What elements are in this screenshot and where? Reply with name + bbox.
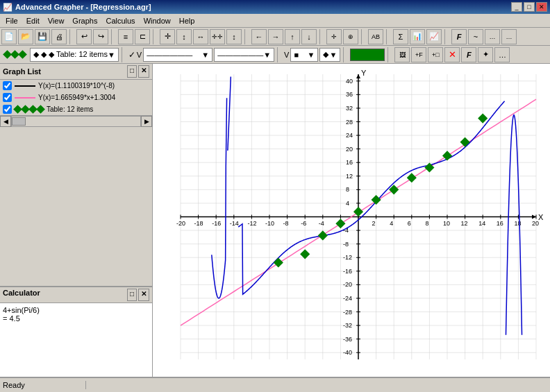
check-3[interactable] (3, 105, 12, 114)
diamond-indicators (1, 51, 28, 58)
cross-btn[interactable]: ✛ (326, 29, 342, 44)
menu-window[interactable]: Window (140, 15, 175, 26)
regression-btn[interactable]: 📈 (426, 29, 442, 44)
graph-canvas[interactable] (153, 64, 550, 377)
save-btn[interactable]: 💾 (35, 29, 50, 44)
list-btn[interactable]: ≡ (118, 29, 133, 44)
graph-list-title: Graph List (3, 67, 41, 76)
f-btn2[interactable]: F (461, 47, 476, 62)
dot-dropdown[interactable]: ◆ ▼ (319, 48, 340, 62)
left-btn[interactable]: ← (251, 29, 267, 44)
graph-list-item-3: Table: 12 items (0, 103, 152, 115)
list2-btn[interactable]: ⊏ (135, 29, 150, 44)
title-bar-controls[interactable]: _ □ ✕ (511, 2, 547, 12)
sep1 (69, 29, 74, 44)
title-bar: 📈 Advanced Grapher - [Regression.agr] _ … (0, 0, 550, 14)
undo-btn[interactable]: ↩ (76, 29, 92, 44)
calc-btn[interactable]: Σ (393, 29, 408, 44)
scroll-track[interactable] (11, 116, 141, 127)
title-bar-left: 📈 Advanced Grapher - [Regression.agr] (3, 3, 151, 12)
diamond3 (18, 50, 27, 59)
sep4 (244, 29, 249, 44)
extra-btn1[interactable]: 🖼 (394, 47, 410, 62)
zoom-vert[interactable]: ↕ (226, 29, 242, 44)
dot-dropdown-arrow: ▼ (330, 51, 338, 59)
star-btn[interactable]: ✦ (478, 47, 493, 62)
status-bar: Ready (0, 377, 550, 392)
calc-minimize[interactable]: □ (127, 289, 137, 301)
menu-help[interactable]: Help (175, 15, 199, 26)
menu-file[interactable]: File (1, 15, 22, 26)
sep2 (111, 29, 115, 44)
table-btn[interactable]: 📊 (410, 29, 425, 44)
graph-list-item-1: Y(x)=(1.1100319*10^(-8) (0, 80, 152, 92)
calc-close[interactable]: ✕ (138, 289, 149, 301)
sep-t2 (277, 47, 281, 62)
toolbar2: ◆ ◆ ◆ Table: 12 items ▼ ✓ V —————— ▼ ———… (0, 46, 550, 64)
menu-graphs[interactable]: Graphs (68, 15, 101, 26)
cross2-btn[interactable]: ⊕ (343, 29, 358, 44)
redo-btn[interactable]: ↪ (93, 29, 108, 44)
line-dropdown-arrow: ▼ (201, 51, 209, 59)
line-dropdown2[interactable]: —————— ▼ (214, 48, 274, 62)
check-1[interactable] (3, 81, 12, 90)
right-btn[interactable]: → (268, 29, 283, 44)
menu-bar: File Edit View Graphs Calculus Window He… (0, 14, 550, 28)
add-rect-btn[interactable]: +□ (428, 47, 443, 62)
minimize-btn[interactable]: _ (511, 2, 522, 12)
more1-btn[interactable]: … (485, 29, 500, 44)
vert-btn[interactable]: ↕ (176, 29, 192, 44)
menu-view[interactable]: View (44, 15, 69, 26)
calculator: Calculator □ ✕ 4+sin(Pi/6) = 4.5 (0, 287, 152, 377)
app-icon: 📈 (3, 3, 12, 12)
del-btn[interactable]: ✕ (444, 47, 460, 62)
calc-title: Calculator (3, 289, 40, 301)
sep6 (361, 29, 365, 44)
dropdown-arrow: ▼ (108, 51, 115, 59)
graph-list-item-2: Y(x)=1.665949*x+1.3004 (0, 92, 152, 103)
calc-content: 4+sin(Pi/6) = 4.5 (0, 303, 152, 377)
v-icon2: V (284, 51, 289, 59)
graph-list-minimize[interactable]: □ (127, 65, 137, 78)
print-btn[interactable]: 🖨 (51, 29, 67, 44)
line-dropdown2-arrow: ▼ (263, 51, 271, 59)
sep7 (386, 29, 390, 44)
menu-calculus[interactable]: Calculus (101, 15, 139, 26)
up-btn[interactable]: ↑ (285, 29, 300, 44)
graph-list-scrollbar[interactable]: ◀ ▶ (0, 115, 152, 126)
f-btn[interactable]: F (451, 29, 467, 44)
table-dropdown[interactable]: ◆ ◆ ◆ Table: 12 items ▼ (30, 48, 119, 62)
sep3 (153, 29, 157, 44)
down-btn[interactable]: ↓ (301, 29, 317, 44)
calc-result: = 4.5 (3, 314, 149, 323)
open-btn[interactable]: 📂 (18, 29, 33, 44)
left-panel: Graph List □ ✕ Y(x)=(1.1100319*10^(-8) Y… (0, 64, 153, 377)
shape-dropdown[interactable]: ■ ▼ (290, 48, 318, 62)
status-text: Ready (3, 381, 86, 389)
zoom-btn[interactable]: ✛✛ (210, 29, 225, 44)
sep-t4 (388, 47, 392, 62)
diamonds-preview (15, 106, 44, 112)
scroll-right[interactable]: ▶ (141, 116, 152, 127)
graph-list-close[interactable]: ✕ (138, 65, 149, 78)
ab-btn[interactable]: AB (368, 29, 383, 44)
menu-edit[interactable]: Edit (22, 15, 44, 26)
check-2[interactable] (3, 93, 12, 102)
scroll-left[interactable]: ◀ (0, 116, 11, 127)
maximize-btn[interactable]: □ (524, 2, 535, 12)
add-f-btn[interactable]: +F (411, 47, 426, 62)
line-dropdown[interactable]: —————— ▼ (143, 48, 212, 62)
close-btn[interactable]: ✕ (536, 2, 547, 12)
more-btn[interactable]: … (494, 47, 510, 62)
more2-btn[interactable]: … (501, 29, 517, 44)
sep8 (444, 29, 449, 44)
calc-input: 4+sin(Pi/6) (3, 306, 149, 314)
curve-btn[interactable]: ~ (468, 29, 483, 44)
color-selector[interactable] (350, 49, 385, 61)
horiz-btn[interactable]: ↔ (193, 29, 208, 44)
scroll-thumb[interactable] (12, 117, 26, 126)
new-btn[interactable]: 📄 (1, 29, 17, 44)
checkmark-v: ✓ (128, 50, 135, 60)
sep5 (319, 29, 324, 44)
move-btn[interactable]: ✛ (160, 29, 175, 44)
